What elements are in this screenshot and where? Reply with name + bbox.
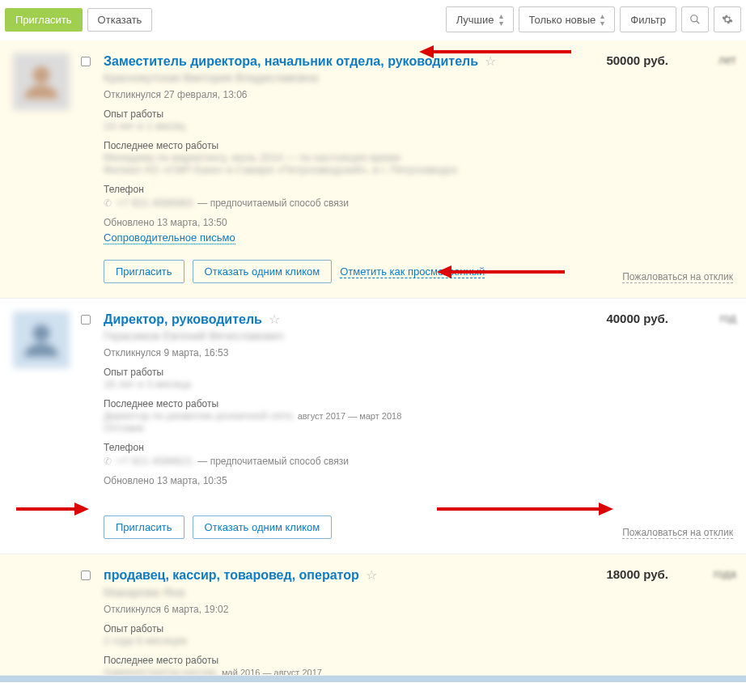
- resume-card: продавец, кассир, товаровед, оператор ☆ …: [0, 554, 746, 676]
- select-checkbox[interactable]: [81, 57, 91, 66]
- phone-number: +7 921 4588621: [117, 455, 193, 467]
- favorite-star[interactable]: ☆: [366, 567, 377, 583]
- top-toolbar: Пригласить Отказать Лучшие ▴▾ Только нов…: [0, 0, 746, 40]
- responded-date: 9 марта, 16:53: [163, 347, 228, 358]
- phone-number: +7 921 4566963: [117, 197, 193, 209]
- last-job-label: Последнее место работы: [104, 655, 576, 666]
- candidate-name: Макарова Яна: [104, 585, 576, 599]
- phone-icon: ✆: [104, 197, 112, 209]
- experience-label: Опыт работы: [104, 108, 576, 120]
- responded-label: Откликнулся: [104, 347, 161, 358]
- sort-arrows-icon: ▴▾: [600, 12, 604, 27]
- search-button[interactable]: [681, 6, 709, 32]
- updated-date: 13 марта, 13:50: [157, 217, 227, 228]
- settings-button[interactable]: [714, 6, 741, 32]
- updated-date: 13 марта, 10:35: [157, 475, 227, 486]
- last-job-line: Оптовик: [104, 422, 576, 434]
- reject-one-click-button[interactable]: Отказать одним кликом: [193, 260, 333, 283]
- last-job-line: Менеджер по маркетингу, июль 2014 — по н…: [104, 151, 576, 163]
- experience-label: Опыт работы: [104, 367, 576, 378]
- cover-letter-link[interactable]: Сопроводительное письмо: [104, 231, 235, 244]
- age: лет: [718, 53, 736, 66]
- last-job-line: Администратор-кассир,: [104, 666, 222, 676]
- experience-value: 2 года 6 месяцев: [104, 634, 576, 647]
- experience-value: 14 лет и 1 месяц: [104, 120, 576, 132]
- salary: 40000 руб.: [606, 312, 668, 325]
- last-job-line: Филиал АО «СМП Банк» в Самаре «Петрозаво…: [104, 163, 576, 176]
- preferred-contact: — предпочитаемый способ связи: [197, 197, 349, 209]
- last-job-dates: август 2017 — март 2018: [298, 411, 402, 421]
- invite-button[interactable]: Пригласить: [104, 260, 184, 283]
- responded-label: Откликнулся: [104, 604, 161, 615]
- svg-point-2: [33, 66, 50, 83]
- resume-title-link[interactable]: продавец, кассир, товаровед, оператор: [104, 568, 359, 583]
- select-checkbox[interactable]: [81, 571, 91, 580]
- sort-best-label: Лучшие: [456, 14, 494, 26]
- invite-button[interactable]: Пригласить: [5, 8, 83, 32]
- reject-one-click-button[interactable]: Отказать одним кликом: [193, 515, 333, 539]
- phone-icon: ✆: [104, 456, 112, 467]
- sort-arrows-icon: ▴▾: [499, 12, 503, 27]
- svg-point-0: [691, 15, 697, 22]
- experience-label: Опыт работы: [104, 623, 576, 634]
- search-icon: [689, 14, 701, 25]
- last-job-line: Директор по развитию розничной сети,: [104, 409, 298, 422]
- footer-scrollbar: [0, 676, 746, 682]
- complain-link[interactable]: Пожаловаться на отклик: [622, 527, 733, 539]
- candidate-name: Герасимов Евгений Вячеславович: [104, 329, 576, 342]
- last-job-dates: май 2016 — август 2017: [222, 668, 322, 676]
- salary: 50000 руб.: [606, 53, 668, 67]
- responded-date: 6 марта, 19:02: [163, 604, 228, 615]
- avatar: [13, 312, 70, 368]
- preferred-contact: — предпочитаемый способ связи: [197, 456, 349, 467]
- invite-button[interactable]: Пригласить: [104, 515, 184, 539]
- updated-label: Обновлено: [104, 217, 155, 228]
- complain-link[interactable]: Пожаловаться на отклик: [622, 271, 733, 283]
- responded-label: Откликнулся: [104, 89, 161, 100]
- sort-best-dropdown[interactable]: Лучшие ▴▾: [446, 6, 514, 32]
- salary: 18000 руб.: [606, 567, 668, 581]
- gear-icon: [722, 14, 733, 25]
- sort-new-label: Только новые: [529, 14, 596, 26]
- resume-title-link[interactable]: Директор, руководитель: [104, 312, 262, 327]
- resume-card: Директор, руководитель ☆ Герасимов Евген…: [0, 299, 746, 554]
- experience-value: 16 лет и 3 месяца: [104, 378, 191, 390]
- age: год: [720, 312, 736, 325]
- favorite-star[interactable]: ☆: [269, 312, 280, 327]
- select-checkbox[interactable]: [81, 315, 91, 325]
- updated-label: Обновлено: [104, 475, 155, 486]
- filter-button[interactable]: Фильтр: [620, 6, 676, 32]
- age: года: [714, 567, 736, 580]
- avatar: [13, 53, 70, 110]
- favorite-star[interactable]: ☆: [485, 53, 496, 69]
- sort-new-dropdown[interactable]: Только новые ▴▾: [519, 6, 616, 32]
- resume-card: Заместитель директора, начальник отдела,…: [0, 40, 746, 299]
- reject-button[interactable]: Отказать: [87, 8, 153, 32]
- phone-label: Телефон: [104, 442, 576, 453]
- candidate-name: Краснокутская Виктория Владиславовна: [104, 71, 576, 84]
- svg-line-1: [697, 21, 700, 24]
- svg-point-3: [33, 325, 50, 342]
- phone-label: Телефон: [104, 184, 576, 195]
- last-job-label: Последнее место работы: [104, 398, 576, 409]
- last-job-label: Последнее место работы: [104, 140, 576, 151]
